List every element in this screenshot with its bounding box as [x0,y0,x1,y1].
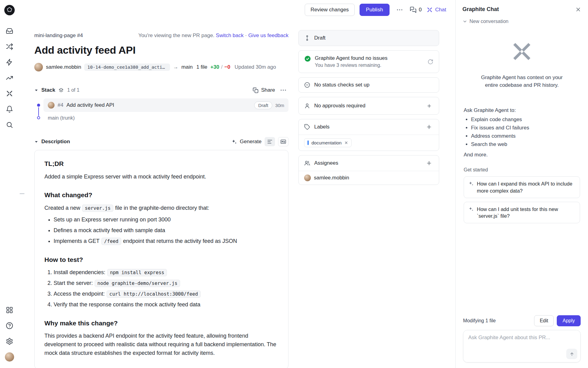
why-heading: Why make this change? [44,318,278,328]
search-icon[interactable] [3,119,16,131]
panel-resize-handle[interactable] [20,193,24,194]
refresh-icon[interactable] [428,59,433,65]
chat-panel: Graphite Chat New conversation Graphite … [455,0,588,368]
notifications-bell-icon[interactable] [3,103,16,115]
share-button[interactable]: Share [253,87,275,93]
apps-grid-icon[interactable] [3,304,16,316]
graphite-logo [456,41,588,62]
what-changed-list: Sets up an Express server running on por… [44,216,278,246]
merge-queue-icon[interactable] [3,40,16,53]
label-text: documentation [311,140,341,145]
labels-card: Labels documentation [298,119,439,151]
template-view-icon[interactable] [265,137,275,146]
inline-code: node graphite-demo/server.js [95,280,180,287]
help-icon[interactable] [3,320,16,332]
capabilities-list: Explain code changes Fix issues and CI f… [464,117,580,148]
user-avatar[interactable] [3,351,16,363]
what-changed-intro: Created a newserver.jsfile in the graphi… [44,204,278,213]
automations-icon[interactable] [3,56,16,68]
edit-button[interactable]: Edit [534,315,554,326]
branch-dot [37,104,40,107]
new-conversation-dropdown[interactable]: New conversation [456,15,588,24]
copy-icon [253,87,258,93]
circle-minus-icon [304,82,310,88]
add-reviewer-button[interactable] [425,102,433,110]
agent-context-text: Graphite Agent has context on your entir… [476,74,568,89]
send-icon[interactable] [566,349,577,359]
description-body: TL;DR Added a simple Express server with… [34,150,288,368]
list-item: Start the server:node graphite-demo/serv… [54,279,278,288]
switch-back-link[interactable]: Switch back [216,33,244,38]
stack-item-time: 30m [275,103,284,108]
suggestion-card-unit-tests[interactable]: How can I add unit tests for this new `s… [464,202,580,224]
suggestion-card-expand-api[interactable]: How can I expand this mock API to includ… [464,176,580,198]
insights-icon[interactable] [3,72,16,84]
app-logo[interactable] [3,4,16,17]
trunk-label: main (trunk) [48,115,75,121]
chat-input[interactable] [463,330,580,362]
new-conversation-label: New conversation [469,19,508,24]
graphite-reviews-icon[interactable] [3,87,16,100]
person-icon [304,103,310,109]
file-count[interactable]: 1 file [196,64,207,70]
label-chip-documentation[interactable]: documentation [304,138,352,147]
apply-button[interactable]: Apply [557,315,581,326]
topbar: Review changes Publish 0 Chat [19,0,455,20]
comments-icon [410,6,417,13]
list-item: Implements a GET/feedendpoint that retur… [54,237,278,246]
stack-section-header[interactable]: Stack 1 of 1 Share [34,85,288,95]
banner-text: You're viewing the new PR page. [138,33,214,38]
how-to-test-heading: How to test? [44,255,278,265]
suggestion-text: How can I add unit tests for this new `s… [477,206,575,220]
chevron-down-icon [34,140,38,144]
publish-button[interactable]: Publish [360,4,390,16]
updated-timestamp: Updated 30m ago [235,64,276,70]
users-icon [304,160,310,166]
chat-toggle-button[interactable]: Chat [427,7,446,13]
review-changes-button[interactable]: Review changes [305,4,355,16]
stack-more-icon[interactable] [278,85,288,95]
pr-details-column: mini-landing-page #4 You're viewing the … [34,30,288,368]
pr-meta-row: samlee.mobbin 10-14-demo_cee1a380_add_ac… [34,63,288,71]
remove-label-icon[interactable] [344,141,348,145]
chat-body: Graphite Agent has context on your entir… [456,24,588,315]
label-color-bar [307,140,309,145]
more-options-icon[interactable] [394,5,405,15]
list-item: Access the endpoint:curl http://localhos… [54,290,278,298]
banner-dot: · [245,33,247,38]
labels-title: Labels [314,124,330,130]
draft-pr-icon [304,35,310,41]
agent-result-title: Graphite Agent found no issues [315,55,387,61]
stack-count: 1 of 1 [67,87,79,93]
assignee-row: samlee.mobbin [299,171,439,185]
modifying-files-row: Modifying 1 file Edit Apply [463,315,581,326]
stack-title: Stack [41,87,55,93]
repo-breadcrumb[interactable]: mini-landing-page #4 [34,33,83,39]
tag-icon [304,124,310,130]
assignees-title: Assignees [314,160,338,166]
feedback-link[interactable]: Give us feedback [248,33,288,38]
description-title: Description [41,139,70,145]
add-assignee-button[interactable] [425,159,433,167]
branch-line [38,107,39,116]
branch-chip[interactable]: 10-14-demo_cee1a380_add_activ… [84,63,170,71]
comments-count-button[interactable]: 0 [410,6,422,13]
tldr-heading: TL;DR [44,159,278,169]
stack-item[interactable]: #4 Add activity feed API Draft 30m [43,98,288,112]
add-label-button[interactable] [425,123,433,131]
additions: +30 [210,64,219,70]
sidebar-bottom-group [3,304,16,363]
assignee-avatar [304,174,311,181]
inbox-icon[interactable] [3,25,16,37]
stack-trunk-row[interactable]: main (trunk) [43,112,288,124]
modifying-files-label: Modifying 1 file [463,318,496,324]
list-item: Sets up an Express server running on por… [54,216,278,224]
chevron-down-icon [462,19,467,24]
markdown-icon[interactable] [278,137,288,146]
capability-item: Search the web [471,141,580,148]
settings-gear-icon[interactable] [3,335,16,347]
description-section-header[interactable]: Description Generate [34,137,288,146]
trunk-ring [37,116,40,119]
generate-button[interactable]: Generate [231,139,262,145]
close-icon[interactable] [575,6,581,13]
